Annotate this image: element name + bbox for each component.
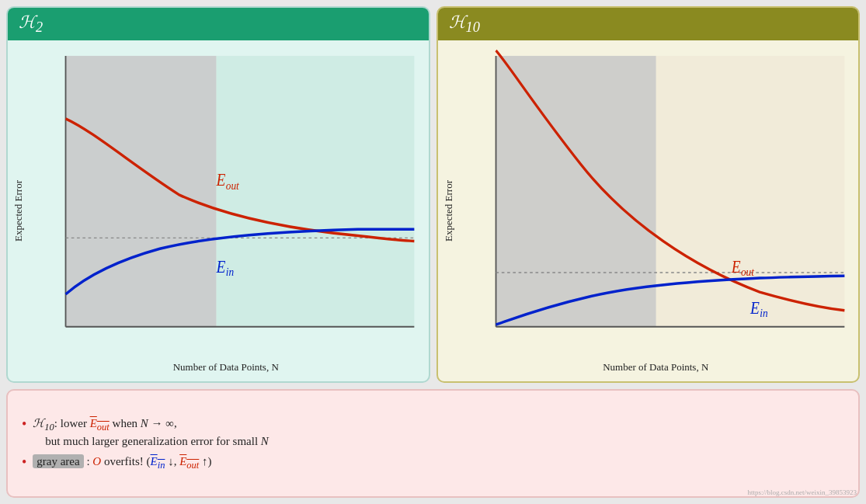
svg-text:in: in xyxy=(226,266,234,279)
left-chart-body: Expected Error xyxy=(8,40,429,381)
right-chart-inner: E out E in Number of Data Points, N xyxy=(458,45,854,377)
right-x-axis-label: Number of Data Points, N xyxy=(458,360,854,377)
main-container: ℋ2 Expected Error xyxy=(0,0,866,504)
svg-text:out: out xyxy=(740,266,754,279)
right-panel-title: ℋ10 xyxy=(438,8,859,40)
svg-text:out: out xyxy=(226,179,240,192)
right-chart-svg: E out E in xyxy=(458,45,854,360)
svg-text:E: E xyxy=(749,298,760,318)
left-chart-inner: E out E in Number of Data Points, N xyxy=(28,45,424,377)
bullet-sub-1: but much larger generalization error for… xyxy=(45,435,269,448)
bullet-dot-2: • xyxy=(22,453,26,472)
left-panel-title: ℋ2 xyxy=(8,8,429,40)
bullet-dot-1: • xyxy=(22,415,26,434)
watermark: https://blog.csdn.net/weixin_39853923 xyxy=(748,488,857,496)
bullet-item-1: • ℋ10: lower Eout when N → ∞, but much l… xyxy=(22,415,844,448)
bottom-panel: • ℋ10: lower Eout when N → ∞, but much l… xyxy=(6,389,860,498)
left-chart-svg: E out E in xyxy=(28,45,424,360)
svg-rect-1 xyxy=(217,56,415,327)
svg-rect-10 xyxy=(656,56,844,327)
gray-area-label: gray area xyxy=(33,454,83,468)
h10-math: ℋ10 xyxy=(33,417,54,429)
bullet-text-1: ℋ10: lower Eout when N → ∞, but much lar… xyxy=(33,415,269,448)
left-y-axis-label: Expected Error xyxy=(12,180,25,242)
svg-text:E: E xyxy=(216,170,226,190)
svg-text:E: E xyxy=(730,257,740,277)
right-y-axis-label: Expected Error xyxy=(443,180,455,242)
svg-text:E: E xyxy=(216,257,226,277)
left-chart-panel: ℋ2 Expected Error xyxy=(6,6,430,383)
svg-rect-9 xyxy=(496,56,656,327)
right-chart-body: Expected Error xyxy=(438,40,859,381)
bullet-item-2: • gray area : O overfits! (Ein ↓, Eout ↑… xyxy=(22,453,844,473)
right-chart-wrap: Expected Error xyxy=(440,45,854,377)
left-x-axis-label: Number of Data Points, N xyxy=(28,360,424,377)
charts-row: ℋ2 Expected Error xyxy=(6,6,860,383)
bullet-text-2: gray area : O overfits! (Ein ↓, Eout ↑) xyxy=(33,453,211,473)
svg-rect-0 xyxy=(66,56,217,327)
left-chart-wrap: Expected Error xyxy=(9,45,424,377)
right-chart-panel: ℋ10 Expected Error xyxy=(436,6,861,383)
svg-text:in: in xyxy=(760,307,767,320)
